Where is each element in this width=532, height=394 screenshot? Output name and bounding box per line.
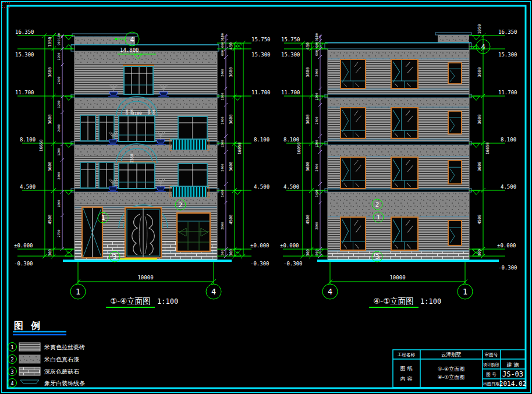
f4-window <box>123 66 154 95</box>
elevation-scale: 1:100 <box>157 297 178 306</box>
legend-no: 3 <box>10 369 13 375</box>
dim-inner: 300 <box>221 250 224 255</box>
dim-inner: 2400 <box>221 116 224 124</box>
grid-bubble-top: 4 <box>481 43 485 51</box>
window-dim: 3100 <box>132 111 142 116</box>
material-marker: 2 <box>375 201 380 208</box>
dim-inner: 1200 <box>315 93 318 100</box>
level-label: 8.100 <box>254 137 269 143</box>
dim-inner: 2800 <box>221 222 224 229</box>
dim: 4500 <box>477 215 482 225</box>
level-label: 15.300 <box>281 52 300 58</box>
level-label: -0.300 <box>498 265 517 271</box>
dim-inner: 1400 <box>315 189 318 197</box>
dim-inner: 2400 <box>221 164 224 171</box>
f2-right-window <box>178 164 207 187</box>
window <box>391 108 418 139</box>
ground-line <box>63 260 232 262</box>
grid-bubble-top: 4 <box>130 36 134 44</box>
level-label: -0.300 <box>250 261 269 267</box>
window <box>391 157 418 189</box>
design-stage-label: 设计阶段 <box>483 363 499 367</box>
dim: 3600 <box>306 115 310 125</box>
dim-inner: 600 <box>221 42 224 48</box>
f2-left-window <box>80 162 95 188</box>
drawing-name-1: ①-④立面图 <box>438 366 464 372</box>
level-label: 4.500 <box>283 184 299 190</box>
project-name-label: 工程名称 <box>398 352 416 357</box>
dim: 4500 <box>229 215 233 225</box>
sheet-no: JS-03 <box>502 370 523 378</box>
grid-bubble: 1 <box>76 287 80 296</box>
level-label: 11.700 <box>251 90 271 95</box>
f3-balcony <box>170 139 209 150</box>
dim: 3600 <box>48 115 52 125</box>
dim-inner: 300 <box>315 250 318 255</box>
dim-inner: 1200 <box>315 140 318 147</box>
date-label: 出图日期 <box>483 382 499 386</box>
dim-inner: 2400 <box>315 116 318 124</box>
entry-door <box>125 208 161 258</box>
material-marker: 1 <box>377 214 381 221</box>
f3-left-window <box>80 115 95 141</box>
dim-total: 16650 <box>485 142 490 154</box>
sheet-no-label: 图 号 <box>486 372 496 377</box>
review-no-label: 审图号 <box>485 352 498 357</box>
window-dim: 900 <box>130 109 133 115</box>
dim-total: 16650 <box>39 139 44 151</box>
level-label: 15.750 <box>281 37 300 42</box>
legend: 图 例 1 2 3 4 米黄色拉丝瓷砖 米白色真石漆 深灰色蘑菇石 象牙白装饰线… <box>8 320 86 388</box>
window-dim: 600 <box>125 109 129 115</box>
small-window <box>448 63 462 84</box>
level-label: 16.350 <box>15 29 34 35</box>
legend-no: 1 <box>10 345 13 350</box>
material-marker: 3 <box>375 253 380 261</box>
legend-no: 2 <box>10 357 13 363</box>
dim: 3600 <box>477 68 482 77</box>
window-dim: 900 <box>147 109 151 115</box>
legend-label: 米黄色拉丝瓷砖 <box>44 344 85 350</box>
dim: 3600 <box>229 68 233 77</box>
design-stage: 建 施 <box>506 362 519 368</box>
f3-center-window <box>119 116 155 141</box>
dim: 300 <box>229 249 233 256</box>
dim-inner: 300 <box>221 36 224 41</box>
legend-label: 深灰色蘑菇石 <box>44 368 79 375</box>
level-label: -0.300 <box>14 261 33 267</box>
level-label: ±0.000 <box>497 243 516 249</box>
dim-inner: 1400 <box>221 189 224 197</box>
window-dim: 2350 <box>130 154 134 163</box>
dim: 300 <box>48 249 52 256</box>
dim-inner: 900 <box>57 40 61 45</box>
level-label: 11.700 <box>15 90 34 95</box>
project-name: 云潭别墅 <box>441 352 462 357</box>
level-label: 15.300 <box>251 52 271 58</box>
dim-inner: 1200 <box>221 93 224 100</box>
dim-inner: 300 <box>315 36 318 41</box>
level-label: 8.100 <box>20 137 36 143</box>
dim-inner: 100 <box>57 33 61 39</box>
dim-inner: 1200 <box>57 100 61 108</box>
f1-lattice-window <box>177 213 210 251</box>
dim-total: 16050 <box>297 142 302 154</box>
window <box>391 59 418 88</box>
dim: 450 <box>306 42 310 50</box>
level-label: 4.500 <box>501 184 516 190</box>
dim-inner: 600 <box>315 42 318 48</box>
level-label: 11.700 <box>281 90 300 95</box>
date: 2014.02 <box>499 380 526 388</box>
legend-label: 象牙白装饰线条 <box>44 380 85 386</box>
dim-inner: 2700 <box>57 229 61 237</box>
level-label: 15.300 <box>15 52 34 58</box>
dim-total: 16050 <box>237 142 242 154</box>
level-label: 11.700 <box>498 90 517 95</box>
dim: 1050 <box>48 37 52 47</box>
span-dim: 10000 <box>137 275 153 281</box>
span-dim: 10000 <box>389 275 405 281</box>
dim: 3600 <box>306 68 310 77</box>
roof-level-label: 14.800 <box>120 47 139 53</box>
dim-inner: 1200 <box>57 148 61 155</box>
level-label: -0.300 <box>283 261 303 267</box>
dim-inner: 600 <box>221 50 224 56</box>
grid-bubble: 1 <box>463 287 467 296</box>
